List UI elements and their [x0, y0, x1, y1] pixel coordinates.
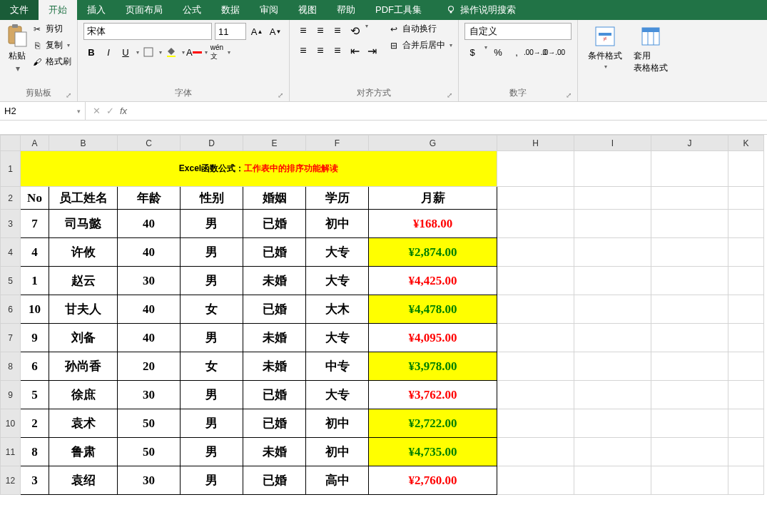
cell-I2[interactable] [574, 187, 651, 210]
header-gender[interactable]: 性别 [181, 187, 243, 210]
cell-gender[interactable]: 男 [181, 267, 243, 295]
cell-I5[interactable] [574, 267, 651, 295]
cell-marriage[interactable]: 已婚 [243, 466, 306, 495]
align-center-button[interactable]: ≡ [313, 43, 328, 58]
cell-name[interactable]: 司马懿 [49, 210, 118, 238]
cell-J1[interactable] [651, 151, 728, 187]
cell-gender[interactable]: 男 [181, 466, 243, 495]
chevron-down-icon[interactable]: ▾ [77, 108, 81, 115]
cell-marriage[interactable]: 已婚 [243, 381, 306, 409]
cell-education[interactable]: 大木 [306, 295, 369, 324]
cell-H9[interactable] [497, 381, 574, 409]
dialog-launcher-icon[interactable]: ⤢ [447, 91, 452, 99]
cell-salary[interactable]: ¥4,735.00 [369, 438, 497, 466]
cell-J2[interactable] [651, 187, 728, 210]
row-header-9[interactable]: 9 [1, 381, 21, 409]
cell-education[interactable]: 大专 [306, 238, 369, 267]
cell-J7[interactable] [651, 324, 728, 352]
cell-H4[interactable] [497, 238, 574, 267]
number-format-select[interactable] [464, 23, 572, 40]
cell-name[interactable]: 孙尚香 [49, 352, 118, 381]
cell-education[interactable]: 大专 [306, 381, 369, 409]
tab-page-layout[interactable]: 页面布局 [116, 0, 173, 20]
cell-K1[interactable] [728, 151, 764, 187]
cell-age[interactable]: 40 [118, 295, 181, 324]
cell-J5[interactable] [651, 267, 728, 295]
bold-button[interactable]: B [83, 44, 99, 60]
cell-H7[interactable] [497, 324, 574, 352]
dialog-launcher-icon[interactable]: ⤢ [566, 91, 572, 99]
insert-function-button[interactable]: fx [120, 106, 127, 116]
row-header-3[interactable]: 3 [1, 210, 21, 238]
cell-I7[interactable] [574, 324, 651, 352]
tab-formulas[interactable]: 公式 [173, 0, 211, 20]
cell-gender[interactable]: 男 [181, 438, 243, 466]
cell-name[interactable]: 鲁肃 [49, 438, 118, 466]
header-marriage[interactable]: 婚姻 [243, 187, 306, 210]
underline-button[interactable]: U [118, 44, 133, 60]
cell-J8[interactable] [651, 352, 728, 381]
name-box-input[interactable] [4, 106, 74, 116]
cell-age[interactable]: 40 [118, 324, 181, 352]
row-header-4[interactable]: 4 [1, 238, 21, 267]
cell-K4[interactable] [728, 238, 764, 267]
cell-name[interactable]: 甘夫人 [49, 295, 118, 324]
cell-no[interactable]: 2 [21, 409, 49, 438]
column-header-C[interactable]: C [118, 135, 181, 151]
cell-J4[interactable] [651, 238, 728, 267]
row-header-1[interactable]: 1 [1, 151, 21, 187]
cell-education[interactable]: 初中 [306, 438, 369, 466]
align-bottom-button[interactable]: ≡ [330, 23, 345, 39]
cell-H2[interactable] [497, 187, 574, 210]
cell-no[interactable]: 8 [21, 438, 49, 466]
cell-K6[interactable] [728, 295, 764, 324]
font-name-select[interactable] [83, 23, 212, 40]
cell-H10[interactable] [497, 409, 574, 438]
column-header-H[interactable]: H [497, 135, 574, 151]
cell-H8[interactable] [497, 352, 574, 381]
cell-age[interactable]: 30 [118, 381, 181, 409]
name-box[interactable]: ▾ [0, 102, 86, 120]
decrease-font-button[interactable]: A▼ [268, 24, 283, 39]
cell-J10[interactable] [651, 409, 728, 438]
column-header-J[interactable]: J [651, 135, 728, 151]
phonetic-button[interactable]: wén文 [209, 44, 225, 60]
cell-marriage[interactable]: 未婚 [243, 438, 306, 466]
font-size-select[interactable] [215, 23, 246, 40]
column-header-A[interactable]: A [21, 135, 49, 151]
cell-H5[interactable] [497, 267, 574, 295]
cell-salary[interactable]: ¥4,095.00 [369, 324, 497, 352]
header-age[interactable]: 年龄 [118, 187, 181, 210]
format-painter-button[interactable]: 🖌格式刷 [31, 56, 71, 68]
paste-button[interactable]: 粘贴 ▾ [6, 23, 29, 73]
cell-no[interactable]: 7 [21, 210, 49, 238]
cell-marriage[interactable]: 已婚 [243, 409, 306, 438]
cell-education[interactable]: 中专 [306, 352, 369, 381]
fill-color-button[interactable] [163, 44, 179, 60]
row-header-5[interactable]: 5 [1, 267, 21, 295]
cell-gender[interactable]: 男 [181, 324, 243, 352]
column-header-K[interactable]: K [728, 135, 764, 151]
cell-I8[interactable] [574, 352, 651, 381]
increase-indent-button[interactable]: ⇥ [364, 43, 380, 58]
cell-marriage[interactable]: 未婚 [243, 324, 306, 352]
cell-salary[interactable]: ¥2,760.00 [369, 466, 497, 495]
decrease-decimal-button[interactable]: .0→.00 [546, 44, 562, 60]
cell-no[interactable]: 4 [21, 238, 49, 267]
borders-button[interactable] [141, 44, 156, 60]
copy-button[interactable]: ⎘复制▾ [31, 39, 71, 51]
cell-no[interactable]: 10 [21, 295, 49, 324]
cell-education[interactable]: 初中 [306, 210, 369, 238]
cell-age[interactable]: 50 [118, 438, 181, 466]
cell-gender[interactable]: 女 [181, 352, 243, 381]
cell-salary[interactable]: ¥2,874.00 [369, 238, 497, 267]
cell-I9[interactable] [574, 381, 651, 409]
cell-no[interactable]: 1 [21, 267, 49, 295]
cell-K3[interactable] [728, 210, 764, 238]
cell-marriage[interactable]: 已婚 [243, 238, 306, 267]
cell-name[interactable]: 刘备 [49, 324, 118, 352]
cell-H6[interactable] [497, 295, 574, 324]
row-header-11[interactable]: 11 [1, 438, 21, 466]
align-top-button[interactable]: ≡ [295, 23, 311, 39]
row-header-6[interactable]: 6 [1, 295, 21, 324]
